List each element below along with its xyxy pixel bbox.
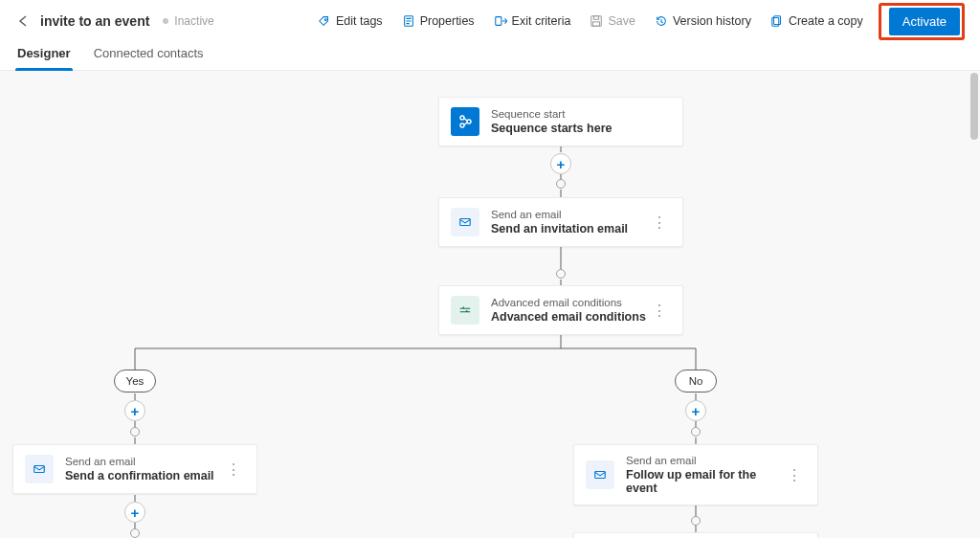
toolbar: Edit tags Properties Exit criteria Save … [310,3,965,40]
connector-dot [130,427,140,437]
activate-button[interactable]: Activate [889,8,960,35]
sequence-start-icon [451,107,479,136]
exit-criteria-button[interactable]: Exit criteria [486,10,579,33]
connector-dot [556,179,566,189]
add-step-button[interactable]: + [685,400,706,421]
node-advanced-conditions-1[interactable]: Advanced email conditions Advanced email… [438,285,683,335]
node-kind: Advanced email conditions [491,297,646,308]
scrollbar-vertical[interactable] [970,73,978,140]
node-kind: Sequence start [491,108,612,120]
create-copy-button[interactable]: Create a copy [763,10,871,33]
svg-point-0 [324,19,326,21]
node-title: Send a confirmation email [65,469,214,482]
create-copy-label: Create a copy [789,14,863,28]
connector-dot [691,516,701,526]
node-title: Send an invitation email [491,222,628,235]
back-button[interactable] [15,13,31,29]
svg-rect-4 [594,16,599,20]
tab-designer[interactable]: Designer [15,38,73,70]
node-send-invitation-email[interactable]: Send an email Send an invitation email ⋮ [438,197,683,247]
node-more-button[interactable]: ⋮ [648,300,671,322]
branch-yes[interactable]: Yes [114,370,156,392]
save-button: Save [582,10,643,33]
add-step-button[interactable]: + [550,153,571,174]
node-kind: Send an email [626,455,783,466]
email-icon [25,455,54,483]
connector-dot [556,269,566,279]
node-sequence-start[interactable]: Sequence start Sequence starts here [438,97,683,146]
node-more-button[interactable]: ⋮ [222,459,245,481]
page-header: invite to an event Inactive Edit tags Pr… [0,0,980,38]
page-title: invite to an event [40,13,149,29]
version-history-button[interactable]: Version history [647,10,759,33]
status-dot [163,18,168,24]
exit-criteria-label: Exit criteria [512,14,571,28]
branch-no[interactable]: No [675,370,717,392]
node-advanced-conditions-2[interactable]: Advanced email conditions Advanced email… [573,532,818,538]
conditions-icon [451,296,479,325]
node-more-button[interactable]: ⋮ [648,212,671,234]
node-title: Sequence starts here [491,122,612,135]
node-kind: Send an email [491,209,628,220]
edit-tags-label: Edit tags [336,14,383,28]
svg-rect-32 [595,472,606,479]
version-history-label: Version history [673,14,751,28]
svg-point-28 [460,123,464,127]
svg-rect-31 [34,466,45,473]
designer-canvas[interactable]: Sequence start Sequence starts here + Se… [0,71,980,538]
node-more-button[interactable]: ⋮ [783,464,806,486]
connector-dot [130,528,140,538]
node-title: Follow up email for the event [626,468,783,495]
svg-rect-30 [460,219,471,226]
node-follow-up-email[interactable]: Send an email Follow up email for the ev… [573,444,818,505]
node-title: Advanced email conditions [491,310,646,324]
svg-rect-2 [495,17,501,26]
properties-label: Properties [420,14,475,28]
email-icon [586,460,614,489]
properties-button[interactable]: Properties [394,10,482,33]
connector-dot [691,427,701,437]
tab-connected-contacts[interactable]: Connected contacts [92,38,206,70]
tabs: Designer Connected contacts [0,38,980,71]
svg-rect-5 [593,22,600,26]
email-icon [451,208,479,236]
status-text: Inactive [174,14,213,28]
edit-tags-button[interactable]: Edit tags [310,10,390,33]
node-send-confirmation-email[interactable]: Send an email Send a confirmation email … [12,444,257,494]
save-label: Save [608,14,635,28]
add-step-button[interactable]: + [124,502,145,523]
svg-point-29 [467,120,471,123]
add-step-button[interactable]: + [124,400,145,421]
node-kind: Send an email [65,456,214,467]
activate-highlight: Activate [879,3,965,40]
svg-point-27 [460,116,464,120]
